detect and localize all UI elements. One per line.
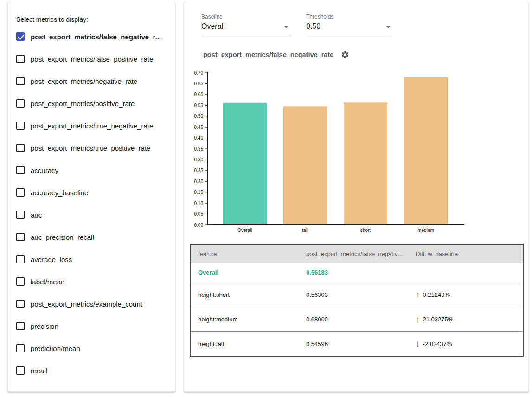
metric-option-label[interactable]: auc [31,211,42,219]
metrics-display-panel: Baseline Overall Thresholds 0.50 post_ex… [184,2,529,392]
metric-option-row[interactable]: post_export_metrics/true_negative_rate [8,115,175,137]
metric-value-cell: 0.54596 [299,340,408,347]
metric-option-label[interactable]: auc_precision_recall [31,233,94,241]
metric-option-label[interactable]: post_export_metrics/negative_rate [31,77,137,85]
bar-chart: 0.000.050.100.150.200.250.300.350.400.45… [190,71,468,241]
metric-value-cell: 0.68000 [299,316,408,323]
bar-short[interactable] [344,102,387,225]
y-axis-label: 0.70 [194,71,204,76]
thresholds-selected-option: 0.50 [306,22,320,30]
bar-Overall[interactable] [223,103,267,225]
diff-cell: ↑21.03275% [408,315,525,324]
chevron-down-icon[interactable] [284,26,288,28]
feature-cell: height:medium [191,316,299,323]
checkbox-unchecked-icon[interactable] [16,255,25,263]
metric-option-row[interactable]: label/mean [8,270,175,293]
checkbox-unchecked-icon[interactable] [16,366,25,375]
metric-option-row[interactable]: recall [8,359,175,382]
column-header-feature: feature [191,250,299,257]
checkbox-unchecked-icon[interactable] [16,55,25,63]
metric-list: post_export_metrics/false_negative_r...p… [8,26,175,382]
baseline-select-value[interactable]: Overall [201,20,290,34]
metric-option-label[interactable]: post_export_metrics/false_positive_rate [31,55,153,63]
column-header-metric: post_export_metrics/false_negative_rat..… [299,250,408,257]
metric-option-row[interactable]: post_export_metrics/example_count [8,293,175,315]
gear-icon[interactable] [341,51,349,59]
y-axis-label: 0.05 [194,211,204,217]
table-row: height:short0.56303↑0.21249% [191,282,523,307]
table-row: height:tall0.54596↓-2.82437% [191,331,523,356]
diff-cell: ↑0.21249% [408,290,525,299]
metric-option-row[interactable]: average_loss [8,248,175,270]
checkbox-unchecked-icon[interactable] [16,99,25,108]
metric-selector-panel: Select metrics to display: post_export_m… [7,2,175,392]
metric-option-label[interactable]: post_export_metrics/false_negative_r... [31,33,161,41]
metric-option-label[interactable]: accuracy_baseline [31,189,88,197]
diff-percentage: 0.21249% [423,291,450,298]
checkbox-unchecked-icon[interactable] [16,77,25,85]
arrow-up-icon: ↑ [416,315,420,324]
y-axis-label: 0.20 [194,179,204,184]
arrow-down-icon: ↓ [416,339,420,348]
table-row: height:medium0.68000↑21.03275% [191,307,523,331]
y-axis-label: 0.35 [194,147,204,152]
fairness-indicators-page: Select metrics to display: post_export_m… [0,0,532,397]
checkbox-unchecked-icon[interactable] [16,211,25,219]
metric-option-label[interactable]: post_export_metrics/positive_rate [31,100,135,108]
checkbox-unchecked-icon[interactable] [16,344,25,352]
diff-percentage: -2.82437% [423,340,452,347]
metric-option-row[interactable]: post_export_metrics/positive_rate [8,92,175,115]
y-axis-label: 0.55 [194,103,204,108]
checkbox-unchecked-icon[interactable] [16,188,25,197]
checkbox-unchecked-icon[interactable] [16,300,25,308]
metric-option-row[interactable]: precision [8,315,175,337]
feature-cell: Overall [191,269,299,276]
metric-option-label[interactable]: recall [31,367,47,375]
metric-option-label[interactable]: prediction/mean [31,345,80,352]
metric-option-label[interactable]: label/mean [31,278,64,286]
metric-option-label[interactable]: post_export_metrics/true_negative_rate [31,122,153,130]
y-axis-label: 0.30 [194,157,204,162]
bar-tall[interactable] [283,106,327,225]
checkbox-unchecked-icon[interactable] [16,277,25,286]
column-header-diff: Diff. w. baseline [408,250,525,257]
y-axis-label: 0.50 [194,114,204,119]
y-axis-label: 0.45 [194,125,204,130]
y-axis-label: 0.25 [194,168,204,173]
thresholds-select[interactable]: Thresholds 0.50 [306,13,392,34]
metric-option-row[interactable]: post_export_metrics/false_negative_r... [8,26,175,48]
metric-option-label[interactable]: post_export_metrics/example_count [31,300,142,308]
metric-option-label[interactable]: average_loss [31,256,72,263]
table-row: Overall0.56183 [191,263,523,282]
baseline-select[interactable]: Baseline Overall [201,13,290,34]
x-axis-label: medium [417,228,434,233]
metric-option-row[interactable]: post_export_metrics/negative_rate [8,70,175,92]
arrow-up-icon: ↑ [416,290,420,299]
metric-option-label[interactable]: accuracy [31,166,58,174]
checkbox-checked-icon[interactable] [16,32,25,41]
metric-option-row[interactable]: auc_precision_recall [8,226,175,248]
checkbox-unchecked-icon[interactable] [16,122,25,130]
thresholds-select-label: Thresholds [306,13,392,20]
metric-option-row[interactable]: accuracy [8,159,175,181]
metric-option-row[interactable]: auc [8,204,175,226]
y-axis-label: 0.10 [194,201,204,206]
thresholds-select-value[interactable]: 0.50 [306,20,392,34]
metric-option-row[interactable]: prediction/mean [8,337,175,359]
metric-option-row[interactable]: accuracy_baseline [8,181,175,204]
metric-option-row[interactable]: post_export_metrics/false_positive_rate [8,48,175,70]
x-axis-label: tall [302,228,308,233]
bar-medium[interactable] [404,77,448,225]
y-axis-label: 0.00 [194,223,204,228]
checkbox-unchecked-icon[interactable] [16,322,25,330]
x-axis-label: short [360,228,371,233]
checkbox-unchecked-icon[interactable] [16,144,25,152]
checkbox-unchecked-icon[interactable] [16,166,25,174]
metric-option-row[interactable]: post_export_metrics/true_positive_rate [8,137,175,159]
metric-option-label[interactable]: precision [31,322,58,330]
chevron-down-icon[interactable] [386,26,391,28]
checkbox-unchecked-icon[interactable] [16,233,25,241]
metric-option-label[interactable]: post_export_metrics/true_positive_rate [31,144,150,152]
chart-title: post_export_metrics/false_negative_rate [203,51,333,58]
x-axis-label: Overall [237,228,252,233]
